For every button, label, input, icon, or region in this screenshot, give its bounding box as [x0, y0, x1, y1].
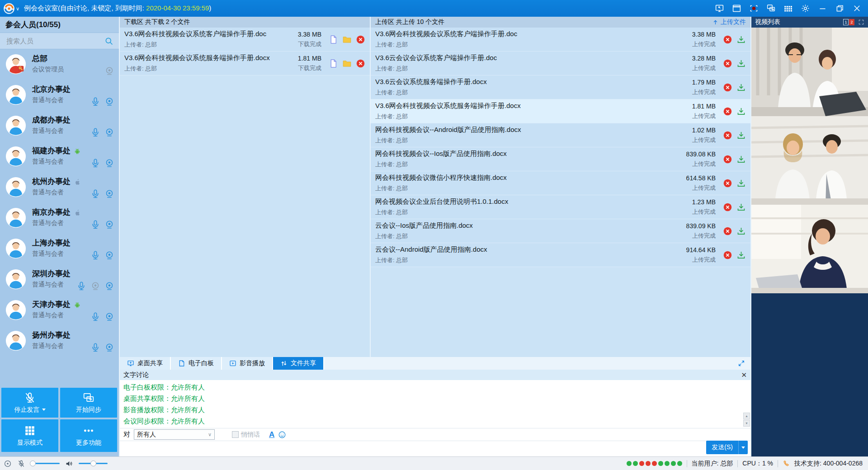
stop-speaking-button[interactable]: 停止发言 [1, 388, 58, 418]
webcam-icon[interactable] [104, 158, 114, 168]
chat-scrollbar[interactable]: ▲▼ [743, 413, 750, 427]
participant-row[interactable]: 福建办事处 普通与会者 [0, 141, 119, 172]
send-options-caret[interactable] [738, 441, 748, 454]
upload-file-row[interactable]: V3.6网会科技视频会议系统服务端操作手册.docx 上传者: 总部 1.81 … [371, 99, 750, 123]
tab-file-share[interactable]: 文件共享 [273, 357, 324, 370]
delete-file-icon[interactable] [723, 226, 732, 236]
delete-file-icon[interactable] [356, 35, 365, 44]
mic-icon[interactable] [90, 127, 100, 137]
start-sync-button[interactable]: 开始同步 [60, 388, 117, 418]
mic-icon[interactable] [90, 189, 100, 199]
participant-row[interactable]: 南京办事处 普通与会者 [0, 202, 119, 233]
webcam-icon[interactable] [104, 220, 114, 230]
tab-desktop-share[interactable]: 桌面共享 [120, 357, 171, 370]
download-file-icon[interactable] [736, 250, 746, 260]
upload-file-row[interactable]: 云会议--Ios版产品使用指南.docx 上传者: 总部 839.09 KB 上… [371, 219, 750, 243]
tab-media-play[interactable]: 影音播放 [222, 357, 273, 370]
participant-row[interactable]: 扬州办事处 普通与会者 [0, 325, 119, 356]
search-icon[interactable] [104, 37, 113, 46]
speaker-volume-slider[interactable] [79, 463, 108, 464]
webcam-icon[interactable] [104, 312, 114, 322]
send-button[interactable]: 发送(S) [706, 441, 738, 454]
download-file-icon[interactable] [736, 83, 746, 92]
webcam-disabled-icon[interactable] [104, 66, 114, 76]
upload-file-row[interactable]: V3.6云会议会议系统客户端操作手册.doc 上传者: 总部 3.28 MB 上… [371, 52, 750, 75]
open-file-icon[interactable] [329, 59, 338, 68]
webcam-icon[interactable] [104, 281, 114, 291]
emoji-icon[interactable] [278, 431, 286, 439]
recipient-select[interactable]: 所有人 ∨ [134, 429, 215, 440]
message-textarea[interactable]: 发送(S) [120, 441, 750, 456]
download-file-icon[interactable] [736, 226, 746, 236]
participant-row[interactable]: 总部 会议管理员 [0, 49, 119, 80]
video-thumbnail-2[interactable] [751, 116, 868, 205]
download-file-icon[interactable] [736, 107, 746, 116]
download-file-icon[interactable] [736, 131, 746, 140]
open-folder-icon[interactable] [342, 59, 352, 68]
mic-muted-icon[interactable] [17, 460, 25, 468]
delete-file-icon[interactable] [723, 202, 732, 212]
panel-expand-icon[interactable] [738, 360, 745, 367]
mic-icon[interactable] [90, 220, 100, 230]
upload-file-row[interactable]: 网会科技视频会议微信小程序快速指南.docx 上传者: 总部 614.58 KB… [371, 171, 750, 195]
upload-file-row[interactable]: 网会视频会议企业后台使用说明书1.0.1.docx 上传者: 总部 1.23 M… [371, 195, 750, 219]
font-color-button[interactable]: A [269, 430, 274, 439]
record-icon[interactable] [749, 4, 759, 13]
display-mode-button[interactable]: 显示模式 [1, 419, 58, 452]
mic-icon[interactable] [90, 343, 100, 352]
open-file-icon[interactable] [329, 35, 338, 44]
tab-whiteboard[interactable]: 电子白板 [171, 357, 222, 370]
screen-switch-icon[interactable] [766, 4, 776, 13]
participant-search[interactable] [0, 33, 119, 49]
minimize-icon[interactable] [818, 4, 827, 13]
delete-file-icon[interactable] [723, 59, 732, 68]
upload-file-row[interactable]: V3.6网会科技视频会议系统客户端操作手册.doc 上传者: 总部 3.38 M… [371, 28, 750, 52]
speaker-icon[interactable] [65, 460, 73, 468]
upload-file-row[interactable]: V3.6云会议系统服务端操作手册.docx 上传者: 总部 1.79 MB 上传… [371, 75, 750, 99]
whisper-checkbox[interactable] [232, 431, 239, 438]
video-thumbnail-3[interactable] [751, 205, 868, 293]
mic-icon[interactable] [90, 312, 100, 322]
delete-file-icon[interactable] [723, 250, 732, 260]
upload-file-link[interactable]: 上传文件 [712, 18, 746, 26]
video-expand-icon[interactable] [858, 19, 864, 25]
delete-file-icon[interactable] [723, 155, 732, 164]
dialpad-icon[interactable] [783, 4, 793, 13]
webcam-disabled-icon[interactable] [90, 281, 100, 291]
video-layout-icon[interactable]: 12 [843, 19, 854, 25]
delete-file-icon[interactable] [356, 59, 365, 68]
download-file-icon[interactable] [736, 155, 746, 164]
participant-row[interactable]: 上海办事处 普通与会者 [0, 233, 119, 264]
download-file-icon[interactable] [736, 59, 746, 68]
participant-row[interactable]: 深圳办事处 普通与会者 [0, 264, 119, 295]
webcam-icon[interactable] [104, 127, 114, 137]
mic-volume-slider[interactable] [31, 463, 60, 464]
video-thumbnail-1[interactable] [751, 28, 868, 116]
participant-row[interactable]: 天津办事处 普通与会者 [0, 295, 119, 325]
download-file-row[interactable]: V3.6网会科技视频会议系统服务端操作手册.docx 上传者: 总部 1.81 … [120, 52, 370, 75]
mic-icon[interactable] [76, 281, 86, 291]
mic-icon[interactable] [90, 250, 100, 260]
more-functions-button[interactable]: 更多功能 [60, 419, 117, 452]
participant-row[interactable]: 成都办事处 普通与会者 [0, 110, 119, 141]
open-folder-icon[interactable] [342, 35, 352, 44]
maximize-icon[interactable] [835, 4, 844, 13]
webcam-icon[interactable] [104, 189, 114, 199]
upload-file-row[interactable]: 云会议--Android版产品使用指南.docx 上传者: 总部 914.64 … [371, 243, 750, 267]
logo-menu-caret-icon[interactable]: ∨ [16, 6, 19, 12]
delete-file-icon[interactable] [723, 179, 732, 188]
delete-file-icon[interactable] [723, 83, 732, 92]
download-file-icon[interactable] [736, 35, 746, 44]
participant-row[interactable]: 杭州办事处 普通与会者 [0, 172, 119, 202]
download-file-row[interactable]: V3.6网会科技视频会议系统客户端操作手册.doc 上传者: 总部 3.38 M… [120, 28, 370, 52]
search-input[interactable] [5, 37, 104, 45]
download-file-icon[interactable] [736, 179, 746, 188]
delete-file-icon[interactable] [723, 131, 732, 140]
upload-file-row[interactable]: 网会科技视频会议--Android版产品使用指南.docx 上传者: 总部 1.… [371, 123, 750, 147]
mic-icon[interactable] [90, 158, 100, 168]
remote-desktop-icon[interactable] [715, 4, 724, 13]
webcam-icon[interactable] [104, 343, 114, 352]
close-icon[interactable] [852, 4, 862, 13]
gear-icon[interactable] [801, 4, 810, 13]
delete-file-icon[interactable] [723, 107, 732, 116]
